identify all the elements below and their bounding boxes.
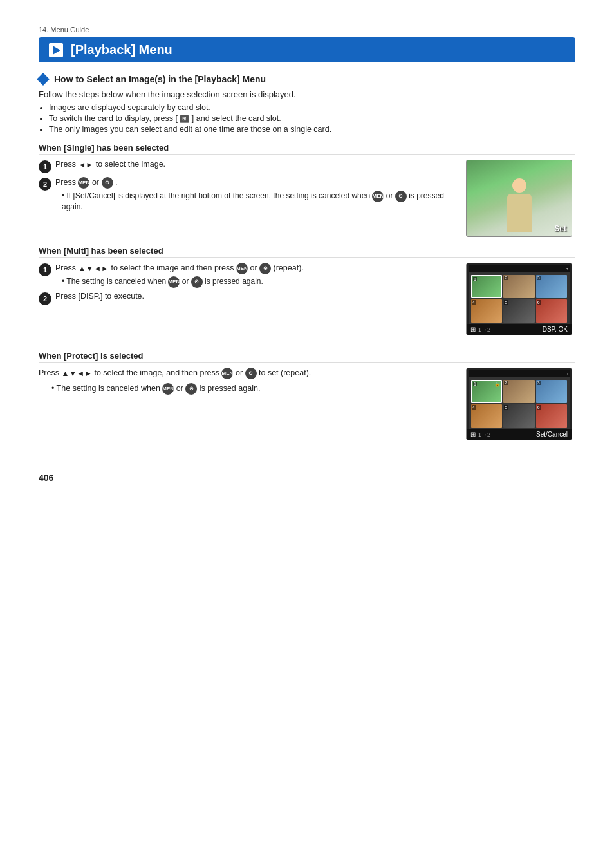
- how-to-title: How to Select an Image(s) in the [Playba…: [54, 74, 266, 84]
- multi-card-icon: ⊞: [470, 326, 476, 333]
- protect-num-1: 1: [473, 382, 477, 386]
- protect-card-indicator: n: [566, 371, 568, 377]
- diamond-icon: [37, 73, 50, 86]
- protect-num-4: 4: [472, 405, 476, 410]
- protect-cell-1: 1 🔒: [471, 380, 502, 403]
- single-title: When [Single] has been selected: [39, 143, 575, 155]
- playback-header: [Playback] Menu: [39, 37, 575, 62]
- grid-cell-6: 6: [536, 299, 567, 323]
- protect-text: Press ▲▼◄► to select the image, and then…: [39, 368, 453, 379]
- multi-step-2-content: Press [DISP.] to execute.: [55, 292, 453, 301]
- set-label: Set: [554, 224, 566, 233]
- grid-cell-2: 2: [503, 275, 534, 298]
- protect-bottom-bar: ⊞ 1→2 Set/Cancel: [467, 429, 572, 440]
- step-num-1: 1: [39, 160, 51, 173]
- protect-num-6: 6: [537, 405, 541, 410]
- multi-screen-display: n 1 2 3 4: [466, 263, 572, 335]
- protect-num-2: 2: [504, 381, 508, 385]
- protect-bottom-icons: ⊞ 1→2: [470, 431, 490, 438]
- bullet-3: The only images you can select and edit …: [49, 125, 575, 134]
- protect-slot-indicator: 1→2: [478, 431, 490, 438]
- grid-num-1: 1: [473, 277, 477, 281]
- menu-button-4: MENU: [168, 276, 180, 288]
- lock-icon: 🔒: [494, 382, 500, 387]
- single-section: When [Single] has been selected 1 Press …: [39, 143, 575, 237]
- how-to-section: How to Select an Image(s) in the [Playba…: [39, 74, 575, 134]
- grid-cell-5: 5: [503, 299, 534, 323]
- grid-num-5: 5: [504, 300, 508, 305]
- multi-grid: 1 2 3 4 5: [469, 272, 570, 324]
- multi-screenshot: n 1 2 3 4: [466, 263, 575, 342]
- set-button-3: ⊙: [259, 263, 271, 274]
- grid-cell-3: 3: [536, 275, 567, 298]
- multi-steps: 1 Press ▲▼◄► to select the image and the…: [39, 263, 453, 309]
- protect-sub: • The setting is canceled when MENU or ⊙…: [51, 383, 453, 395]
- protect-cell-2: 2: [503, 380, 534, 403]
- protect-cell-6: 6: [536, 404, 567, 428]
- page-number: 406: [39, 473, 575, 483]
- arrow-all-icon: ▲▼◄►: [78, 264, 109, 273]
- card-icon-inline: ⊞: [180, 115, 189, 123]
- single-step-1: 1 Press ◄► to select the image.: [39, 160, 453, 173]
- arrow-left-right-icon: ◄►: [78, 160, 93, 169]
- protect-screenshot: n 1 🔒 2 3: [466, 368, 575, 447]
- grid-cell-4: 4: [471, 299, 502, 323]
- intro-bullets: Images are displayed separately by card …: [49, 103, 575, 134]
- protect-num-3: 3: [537, 381, 541, 385]
- grid-num-3: 3: [537, 276, 541, 280]
- multi-step-num-1: 1: [39, 263, 51, 276]
- protect-title: When [Protect] is selected: [39, 351, 575, 363]
- multi-step-1-content: Press ▲▼◄► to select the image and then …: [55, 263, 453, 288]
- menu-button-2: MENU: [372, 191, 384, 202]
- bullet-2: To switch the card to display, press [ ⊞…: [49, 114, 575, 123]
- set-button-2: ⊙: [395, 191, 407, 202]
- playback-header-title: [Playback] Menu: [71, 42, 172, 57]
- set-button-1: ⊙: [102, 177, 113, 189]
- single-steps: 1 Press ◄► to select the image. 2 Press …: [39, 160, 453, 215]
- step-2-sub: • If [Set/Cancel] is displayed at the ri…: [62, 191, 453, 211]
- card-slot-indicator: n: [566, 266, 568, 272]
- multi-step-num-2: 2: [39, 292, 51, 305]
- multi-step-2: 2 Press [DISP.] to execute.: [39, 292, 453, 305]
- multi-bottom-bar: ⊞ 1→2 DSP. OK: [467, 324, 572, 335]
- menu-button-1: MENU: [78, 177, 89, 189]
- protect-cell-5: 5: [503, 404, 534, 428]
- multi-action-label: DSP. OK: [543, 326, 568, 333]
- multi-step-1-sub: • The setting is canceled when MENU or ⊙…: [62, 276, 453, 288]
- grid-num-6: 6: [537, 300, 541, 305]
- multi-step-1: 1 Press ▲▼◄► to select the image and the…: [39, 263, 453, 288]
- single-screenshot: Set: [466, 160, 575, 237]
- protect-cell-3: 3: [536, 380, 567, 403]
- bullet-1: Images are displayed separately by card …: [49, 103, 575, 112]
- step-num-2: 2: [39, 178, 51, 191]
- multi-slot-indicator: 1→2: [478, 326, 490, 333]
- set-button-4: ⊙: [191, 276, 203, 288]
- protect-action-label: Set/Cancel: [536, 431, 568, 438]
- protect-steps: Press ▲▼◄► to select the image, and then…: [39, 368, 453, 397]
- protect-screen-display: n 1 🔒 2 3: [466, 368, 572, 440]
- step-2-content: Press MENU or ⊙ . • If [Set/Cancel] is d…: [55, 177, 453, 211]
- menu-button-3: MENU: [236, 263, 248, 274]
- menu-button-6: MENU: [162, 383, 174, 395]
- arrow-all-2-icon: ▲▼◄►: [61, 369, 92, 378]
- multi-bottom-icons: ⊞ 1→2: [470, 326, 490, 333]
- menu-button-5: MENU: [221, 368, 233, 379]
- single-step-2: 2 Press MENU or ⊙ . • If [Set/Cancel] is…: [39, 177, 453, 211]
- step-1-content: Press ◄► to select the image.: [55, 160, 453, 169]
- protect-num-5: 5: [504, 405, 508, 410]
- grid-cell-1: 1: [471, 275, 502, 298]
- multi-section: When [Multi] has been selected 1 Press ▲…: [39, 246, 575, 342]
- play-icon: [49, 43, 63, 57]
- section-label: 14. Menu Guide: [39, 26, 575, 33]
- set-button-6: ⊙: [185, 383, 197, 395]
- protect-cell-4: 4: [471, 404, 502, 428]
- protect-section: When [Protect] is selected Press ▲▼◄► to…: [39, 351, 575, 447]
- set-button-5: ⊙: [245, 368, 257, 379]
- protect-card-icon: ⊞: [470, 431, 476, 438]
- grid-num-2: 2: [504, 276, 508, 280]
- multi-title: When [Multi] has been selected: [39, 246, 575, 258]
- protect-grid: 1 🔒 2 3 4: [469, 377, 570, 429]
- grid-num-4: 4: [472, 300, 476, 305]
- intro-text: Follow the steps below when the image se…: [39, 90, 575, 99]
